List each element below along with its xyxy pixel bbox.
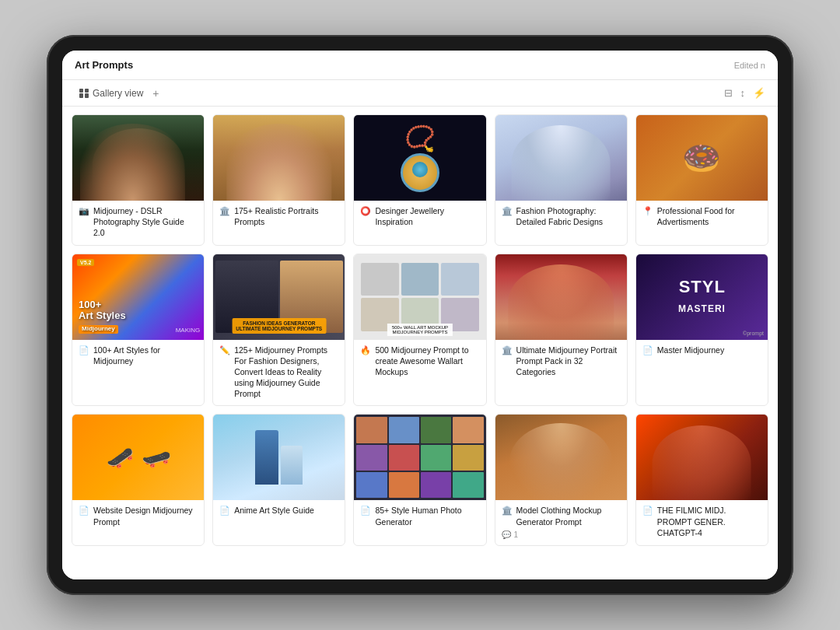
gallery-card-2[interactable]: 🏛️ 175+ Realistic Portraits Prompts [212,114,345,246]
card-image-8: 500+ WALL ART MOCKUPMIDJOURNEY PROMPTS [354,254,485,340]
card-title-8: 500 Midjourney Prompt to create Awesome … [375,345,479,378]
card-icon-4: 🏛️ [502,206,513,216]
card-title-15: THE FILMIC MIDJ. PROMPT GENER. CHATGPT-4 [657,505,761,538]
card-content-9: 🏛️ Ultimate Midjourney Portrait Prompt P… [495,340,627,384]
card-footer-14: 💬 1 [502,530,621,539]
page-title: Art Prompts [75,59,133,71]
gallery-card-12[interactable]: 📄 Anime Art Style Guide [212,414,345,545]
fashion-banner: FASHION IDEAS GENERATORULTIMATE MIDJOURN… [232,318,326,334]
card-image-6: V5.2 100+Art Styles Midjourney MAKING [72,254,204,340]
card-image-4 [495,115,627,201]
edit-status: Edited n [734,61,765,70]
gallery-grid: 📷 Midjourney - DSLR Photography Style Gu… [72,114,768,546]
card-content-13: 📄 85+ Style Human Photo Generator [354,500,485,533]
card-title-6: 100+ Art Styles for Midjourney [93,345,198,366]
card-icon-11: 📄 [79,506,89,516]
card-icon-6: 📄 [79,345,89,355]
card-content-5: 📍 Professional Food for Advertisments [636,201,768,233]
card-image-13 [354,415,485,500]
card-image-14 [495,415,627,500]
sort-icon[interactable]: ↕ [740,87,746,99]
card-image-9 [495,254,627,340]
comment-count-14: 1 [514,530,519,539]
card-content-10: 📄 Master Midjourney [636,340,768,362]
card-image-3: 📿 [354,115,485,201]
card-icon-1: 📷 [79,206,89,216]
card-content-2: 🏛️ 175+ Realistic Portraits Prompts [213,201,345,233]
toolbar: Gallery view + ⊟ ↕ ⚡ [62,80,778,107]
card-icon-10: 📄 [642,345,653,355]
card-icon-2: 🏛️ [219,206,230,216]
card-image-7: FASHION IDEAS GENERATORULTIMATE MIDJOURN… [213,254,345,340]
add-view-button[interactable]: + [152,88,159,99]
tablet-frame: Art Prompts Edited n Gallery view + ⊟ ↕ … [47,35,793,595]
gallery-card-14[interactable]: 🏛️ Model Clothing Mockup Generator Promp… [495,414,628,545]
card-content-7: ✏️ 125+ Midjourney Prompts For Fashion D… [213,340,345,406]
card-content-6: 📄 100+ Art Styles for Midjourney [72,340,204,373]
card-icon-13: 📄 [360,506,371,516]
v52-badge: V5.2 [77,259,94,266]
gallery-card-11[interactable]: 🛹 🛹 📄 Website Design Midjourney Prompt [72,414,205,545]
comment-icon-14: 💬 [502,530,511,539]
card-content-8: 🔥 500 Midjourney Prompt to create Awesom… [354,340,485,384]
card-title-7: 125+ Midjourney Prompts For Fashion Desi… [234,345,338,400]
toolbar-right: ⊟ ↕ ⚡ [724,87,766,99]
card-content-1: 📷 Midjourney - DSLR Photography Style Gu… [72,201,204,245]
card-icon-3: ⭕ [360,206,371,216]
gallery-card-7[interactable]: FASHION IDEAS GENERATORULTIMATE MIDJOURN… [212,254,345,407]
card-title-11: Website Design Midjourney Prompt [93,505,198,527]
styl-text: STYLMASTERI [678,278,726,315]
card-title-4: Fashion Photography: Detailed Fabric Des… [516,205,621,227]
gallery-card-6[interactable]: V5.2 100+Art Styles Midjourney MAKING 📄 … [72,254,205,407]
grid-icon [79,89,89,98]
gallery-card-10[interactable]: STYLMASTERI ©prompt 📄 Master Midjourney [635,254,768,407]
gallery-container[interactable]: 📷 Midjourney - DSLR Photography Style Gu… [62,107,778,579]
gallery-card-15[interactable]: 📄 THE FILMIC MIDJ. PROMPT GENER. CHATGPT… [635,414,768,545]
tablet-screen: Art Prompts Edited n Gallery view + ⊟ ↕ … [62,51,778,579]
toolbar-left: Gallery view + [75,86,159,101]
card-title-5: Professional Food for Advertisments [657,205,761,227]
card-title-3: Desinger Jewellery Inspiration [375,205,479,227]
card-icon-12: 📄 [219,506,230,516]
gallery-card-4[interactable]: 🏛️ Fashion Photography: Detailed Fabric … [495,114,628,246]
lightning-icon[interactable]: ⚡ [753,87,765,99]
card-image-5: 🍩 [636,115,768,201]
card-content-14: 🏛️ Model Clothing Mockup Generator Promp… [495,500,627,544]
making-text: MAKING [176,327,201,334]
card-icon-8: 🔥 [360,345,371,355]
card-title-10: Master Midjourney [657,345,724,355]
card-title-13: 85+ Style Human Photo Generator [375,505,479,527]
gallery-card-9[interactable]: 🏛️ Ultimate Midjourney Portrait Prompt P… [495,254,628,407]
gallery-card-1[interactable]: 📷 Midjourney - DSLR Photography Style Gu… [72,114,205,246]
card-icon-7: ✏️ [219,345,230,355]
card-title-2: 175+ Realistic Portraits Prompts [234,205,338,227]
card-icon-5: 📍 [642,206,653,216]
gallery-card-8[interactable]: 500+ WALL ART MOCKUPMIDJOURNEY PROMPTS 🔥… [353,254,486,407]
card-image-11: 🛹 🛹 [72,415,204,500]
watermark: ©prompt [743,331,764,336]
card-title-14: Model Clothing Mockup Generator Prompt [516,505,621,527]
card-icon-14: 🏛️ [502,506,513,516]
card-title-9: Ultimate Midjourney Portrait Prompt Pack… [516,345,621,378]
gallery-view-button[interactable]: Gallery view [75,86,148,101]
card-title-1: Midjourney - DSLR Photography Style Guid… [93,205,198,239]
card-content-3: ⭕ Desinger Jewellery Inspiration [354,201,485,233]
card-icon-9: 🏛️ [502,345,513,355]
card-icon-15: 📄 [642,506,653,516]
header: Art Prompts Edited n [62,51,778,80]
card-title-12: Anime Art Style Guide [234,505,314,516]
gallery-card-5[interactable]: 🍩 📍 Professional Food for Advertisments [635,114,768,246]
card-content-12: 📄 Anime Art Style Guide [213,500,345,522]
card-content-4: 🏛️ Fashion Photography: Detailed Fabric … [495,201,627,233]
wallart-overlay: 500+ WALL ART MOCKUPMIDJOURNEY PROMPTS [387,324,453,336]
card-image-10: STYLMASTERI ©prompt [636,254,768,340]
card-image-12 [213,415,345,500]
card-image-15 [636,415,768,500]
card-content-11: 📄 Website Design Midjourney Prompt [72,500,204,533]
filter-icon[interactable]: ⊟ [724,87,733,99]
card-image-2 [213,115,345,201]
gallery-card-3[interactable]: 📿 ⭕ Desinger Jewellery Inspiration [353,114,486,246]
art-styles-overlay: 100+Art Styles Midjourney [79,299,126,333]
card-content-15: 📄 THE FILMIC MIDJ. PROMPT GENER. CHATGPT… [636,500,768,544]
gallery-card-13[interactable]: 📄 85+ Style Human Photo Generator [353,414,486,545]
